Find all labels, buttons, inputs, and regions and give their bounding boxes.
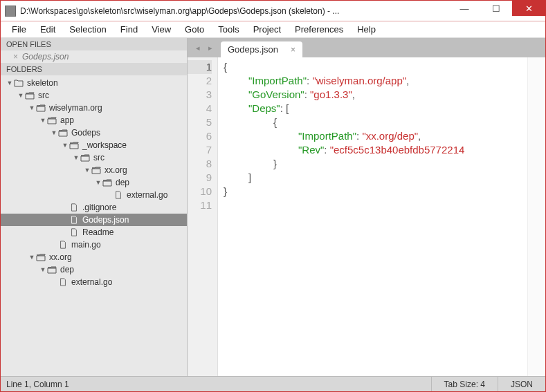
editor-area: ◂ ▸ Godeps.json × 1234567891011 {"Import… — [188, 38, 545, 376]
close-button[interactable]: ✕ — [512, 1, 545, 16]
close-icon[interactable]: × — [13, 52, 18, 62]
tree-label: Readme — [82, 227, 113, 237]
line-number: 11 — [188, 198, 212, 212]
minimize-button[interactable]: — — [448, 1, 480, 16]
line-number: 2 — [188, 74, 212, 88]
tree-item-xx-org[interactable]: ▼xx.org — [1, 251, 187, 263]
menu-selection[interactable]: Selection — [64, 23, 111, 36]
tree-label: app — [60, 115, 74, 125]
disclosure-arrow-icon[interactable]: ▼ — [84, 167, 91, 174]
minimap[interactable] — [527, 57, 545, 376]
menu-file[interactable]: File — [6, 23, 32, 36]
disclosure-arrow-icon[interactable]: ▼ — [28, 254, 35, 261]
tree-label: skeleton — [27, 78, 58, 88]
status-position[interactable]: Line 1, Column 1 — [1, 380, 431, 389]
disclosure-arrow-icon[interactable]: ▼ — [39, 266, 46, 273]
file-icon — [69, 216, 80, 224]
line-number: 10 — [188, 185, 212, 198]
disclosure-arrow-icon[interactable]: ▼ — [62, 142, 69, 149]
menubar: FileEditSelectionFindViewGotoToolsProjec… — [1, 21, 545, 38]
tree-item-xx-org[interactable]: ▼xx.org — [1, 164, 187, 176]
line-number: 7 — [188, 143, 212, 157]
tree-item-readme[interactable]: Readme — [1, 226, 187, 239]
folder-open-icon — [46, 265, 57, 274]
tree-item--gitignore[interactable]: .gitignore — [1, 201, 187, 214]
open-file-label: Godeps.json — [22, 52, 69, 62]
tab-strip: ◂ ▸ Godeps.json × — [188, 38, 545, 57]
disclosure-arrow-icon[interactable]: ▼ — [73, 154, 80, 161]
folder-open-icon — [24, 91, 35, 100]
folder-icon — [13, 79, 24, 87]
tree-item-wiselyman-org[interactable]: ▼wiselyman.org — [1, 102, 187, 114]
tree-label: dep — [116, 178, 129, 187]
disclosure-arrow-icon[interactable]: ▼ — [6, 80, 13, 86]
disclosure-arrow-icon[interactable]: ▼ — [17, 92, 24, 99]
tree-item-external-go[interactable]: external.go — [1, 189, 187, 201]
menu-preferences[interactable]: Preferences — [289, 23, 349, 36]
open-files-header: OPEN FILES — [1, 38, 187, 50]
file-icon — [57, 241, 69, 249]
menu-help[interactable]: Help — [352, 23, 381, 36]
tree-item-godeps-json[interactable]: Godeps.json — [1, 214, 187, 226]
code-lines[interactable]: {"ImportPath": "wiselyman.org/app","GoVe… — [218, 57, 527, 376]
gutter: 1234567891011 — [188, 57, 218, 376]
disclosure-arrow-icon[interactable]: ▼ — [95, 179, 102, 186]
folder-open-icon — [57, 129, 69, 137]
line-number: 1 — [188, 60, 212, 74]
tab-godeps[interactable]: Godeps.json × — [221, 41, 302, 57]
maximize-button[interactable]: ☐ — [480, 1, 512, 16]
menu-tools[interactable]: Tools — [212, 23, 244, 36]
tree-item-src[interactable]: ▼src — [1, 151, 187, 164]
menu-view[interactable]: View — [146, 23, 176, 36]
tree-label: .gitignore — [82, 203, 116, 212]
tree-item-dep[interactable]: ▼dep — [1, 263, 187, 276]
tree-label: Godeps.json — [82, 215, 129, 225]
folder-open-icon — [91, 166, 102, 174]
tree-item-src[interactable]: ▼src — [1, 89, 187, 102]
line-number: 8 — [188, 157, 212, 171]
tree-item-external-go[interactable]: external.go — [1, 276, 187, 288]
window: D:\Workspaces\go\skeleton\src\wiselyman.… — [0, 0, 546, 392]
tree-item-app[interactable]: ▼app — [1, 114, 187, 127]
tree-label: wiselyman.org — [49, 103, 102, 113]
disclosure-arrow-icon[interactable]: ▼ — [51, 129, 57, 136]
menu-goto[interactable]: Goto — [179, 23, 210, 36]
tab-close-icon[interactable]: × — [291, 45, 295, 55]
file-icon — [69, 203, 80, 212]
tab-nav-prev-icon[interactable]: ◂ — [192, 44, 204, 53]
folder-open-icon — [80, 153, 91, 162]
tree-item-godeps[interactable]: ▼Godeps — [1, 127, 187, 139]
status-tabsize[interactable]: Tab Size: 4 — [431, 377, 498, 391]
menu-edit[interactable]: Edit — [35, 23, 61, 36]
tree-label: _workspace — [82, 140, 127, 150]
status-language[interactable]: JSON — [498, 377, 545, 391]
file-icon — [113, 191, 124, 199]
tree-label: src — [38, 91, 49, 100]
tree-label: xx.org — [49, 252, 72, 262]
folder-open-icon — [69, 141, 80, 149]
tab-label: Godeps.json — [228, 44, 278, 55]
app-icon — [5, 6, 16, 17]
tab-nav-next-icon[interactable]: ▸ — [204, 44, 217, 53]
folder-open-icon — [46, 116, 57, 124]
folder-tree: ▼skeleton▼src▼wiselyman.org▼app▼Godeps▼_… — [1, 75, 187, 376]
menu-project[interactable]: Project — [248, 23, 286, 36]
disclosure-arrow-icon[interactable]: ▼ — [39, 117, 46, 124]
folder-open-icon — [35, 104, 46, 112]
line-number: 4 — [188, 102, 212, 115]
disclosure-arrow-icon[interactable]: ▼ — [28, 104, 35, 111]
folders-header: FOLDERS — [1, 63, 187, 75]
tree-item-main-go[interactable]: main.go — [1, 239, 187, 251]
tree-item-_workspace[interactable]: ▼_workspace — [1, 139, 187, 151]
tree-item-skeleton[interactable]: ▼skeleton — [1, 77, 187, 89]
code-editor[interactable]: 1234567891011 {"ImportPath": "wiselyman.… — [188, 57, 545, 376]
file-icon — [57, 278, 69, 286]
statusbar: Line 1, Column 1 Tab Size: 4 JSON — [1, 376, 545, 391]
tree-label: Godeps — [71, 128, 100, 138]
open-file-item[interactable]: × Godeps.json — [1, 50, 187, 63]
tree-label: xx.org — [104, 165, 127, 175]
tree-item-dep[interactable]: ▼dep — [1, 176, 187, 189]
menu-find[interactable]: Find — [115, 23, 143, 36]
line-number: 6 — [188, 129, 212, 143]
window-title: D:\Workspaces\go\skeleton\src\wiselyman.… — [20, 6, 448, 16]
